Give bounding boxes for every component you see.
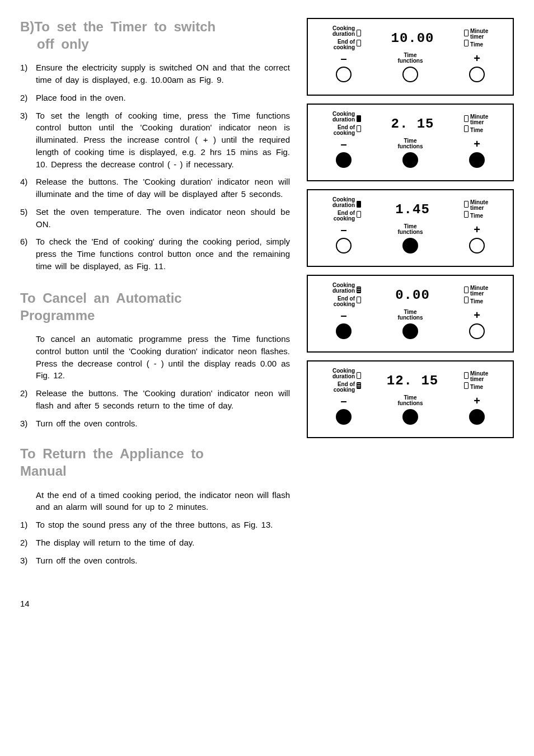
list-item-number: 6) [20,236,36,272]
increase-button[interactable] [469,323,485,339]
cancel-intro: To cancel an automatic programme press t… [36,333,290,382]
left-indicators [355,30,363,46]
time-functions-button-group: Timefunctions [391,224,429,253]
timer-display: 10.00 [363,31,462,46]
increase-button-group: + [458,395,496,425]
list-item: 3)Turn off the oven controls. [20,555,290,567]
return-intro: At the end of a timed cooking period, th… [36,489,290,514]
list-item: 1)Ensure the electricity supply is switc… [20,62,290,86]
time-functions-button[interactable] [402,67,418,82]
time-functions-button[interactable] [402,409,418,425]
decrease-button[interactable] [336,238,352,253]
plus-icon: + [474,395,480,406]
minus-icon: – [340,395,346,406]
time-functions-button-group: Timefunctions [391,309,429,339]
timer-display: 0.00 [363,288,462,303]
increase-button[interactable] [469,409,485,425]
increase-button-group: + [458,224,496,253]
list-item: 5)Set the oven temperature. The oven ind… [20,206,290,231]
timer-display: 2. 15 [363,116,462,132]
decrease-button[interactable] [336,67,352,82]
time-indicator [464,125,469,132]
decrease-button-group: – [325,224,363,253]
right-indicators [462,30,470,46]
left-labels: Cookingduration End ofcooking [325,111,355,136]
left-indicators [355,372,363,389]
right-indicators [462,201,470,218]
increase-button[interactable] [469,152,485,168]
decrease-button[interactable] [336,409,352,425]
plus-icon: + [474,309,480,321]
figures-column: Cookingduration End ofcooking 10.00 Minu… [307,18,514,582]
end-of-cooking-indicator [357,297,361,303]
time-functions-label: Timefunctions [398,309,423,321]
left-labels: Cookingduration End ofcooking [325,283,355,307]
list-item-number: 1) [20,519,36,531]
right-indicators [462,287,470,303]
list-item-number: 2) [20,537,36,549]
left-labels: Cookingduration End ofcooking [325,197,355,222]
timer-panel-figure: Cookingduration End ofcooking 0.00 Minut… [307,275,514,353]
list-item-text: Ensure the electricity supply is switche… [36,62,290,86]
section-cancel-heading: To Cancel an Automatic Programme [20,289,290,324]
time-functions-button[interactable] [402,323,418,339]
plus-icon: + [474,224,480,235]
list-item: 6)To check the 'End of cooking' during t… [20,236,290,272]
decrease-button-group: – [325,309,363,339]
increase-button[interactable] [469,238,485,253]
heading-prefix: B) [20,19,34,34]
list-item: 3)To set the length of cooking time, pre… [20,110,290,171]
cooking-duration-indicator [357,115,361,122]
decrease-button-group: – [325,53,363,82]
minute-timer-indicator [464,30,469,36]
decrease-button[interactable] [336,152,352,168]
cooking-duration-indicator [357,287,361,293]
right-labels: Minutetimer Time [470,29,496,48]
list-item-text: Set the oven temperature. The oven indic… [36,206,290,231]
list-item-number: 1) [20,62,36,86]
cooking-duration-indicator [357,372,361,379]
right-labels: Minutetimer Time [470,285,496,304]
timer-panel-figure: Cookingduration End ofcooking 12. 15 Min… [307,360,514,438]
plus-icon: + [474,53,480,64]
time-functions-label: Timefunctions [398,138,423,149]
list-item-text: Release the buttons. The 'Cooking durati… [36,176,290,200]
time-functions-button[interactable] [402,152,418,168]
list-item-text: Turn off the oven controls. [36,417,290,430]
heading-line2: Manual [20,463,67,478]
decrease-button-group: – [325,395,363,425]
list-item: 1)To stop the sound press any of the thr… [20,519,290,531]
increase-button-group: + [458,138,496,168]
left-labels: Cookingduration End ofcooking [325,26,355,50]
timer-display: 1.45 [363,202,462,217]
decrease-button[interactable] [336,323,352,339]
left-indicators [355,115,363,132]
list-item: 3)Turn off the oven controls. [20,417,290,430]
list-item-number: 3) [20,555,36,567]
list-item: 2)Place food in the oven. [20,92,290,104]
list-item-text: Place food in the oven. [36,92,290,104]
minus-icon: – [340,53,346,64]
list-item: 2)The display will return to the time of… [20,537,290,549]
end-of-cooking-indicator [357,211,361,218]
minus-icon: – [340,309,346,321]
plus-icon: + [474,138,480,149]
heading-line1: To Return the Appliance to [20,446,204,461]
list-item-number: 2) [20,387,36,412]
decrease-button-group: – [325,138,363,168]
time-functions-label: Timefunctions [398,395,423,406]
section-return-list: 1)To stop the sound press any of the thr… [20,519,290,566]
time-functions-button[interactable] [402,238,418,253]
list-item-text: The display will return to the time of d… [36,537,290,549]
increase-button[interactable] [469,67,485,82]
time-functions-button-group: Timefunctions [391,395,429,425]
heading-line1: To set the Timer to switch [34,19,216,34]
list-item-number: 2) [20,92,36,104]
time-functions-button-group: Timefunctions [391,138,429,168]
end-of-cooking-indicator [357,40,361,46]
time-indicator [464,382,469,389]
list-item-text: To set the length of cooking time, press… [36,110,290,171]
time-indicator [464,297,469,303]
list-item-text: To check the 'End of cooking' during the… [36,236,290,272]
right-labels: Minutetimer Time [470,371,496,390]
